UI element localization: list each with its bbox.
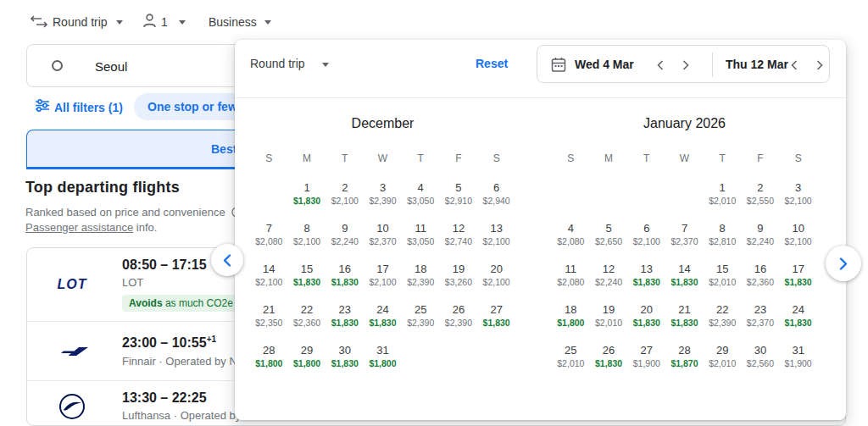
cabin-class-selector[interactable]: Business xyxy=(209,15,257,29)
day-cell[interactable]: 4$3,050 xyxy=(402,175,440,216)
return-date-value[interactable]: Thu 12 Mar xyxy=(726,58,788,71)
departure-date-prev-button[interactable] xyxy=(653,58,668,73)
day-cell[interactable]: 8$2,100 xyxy=(288,216,326,257)
day-number: 3 xyxy=(364,181,402,194)
day-cell[interactable]: 24$1,830 xyxy=(779,297,817,338)
day-cell[interactable]: 15$2,010 xyxy=(704,257,742,297)
day-cell[interactable]: 23$2,370 xyxy=(742,297,780,338)
reset-button[interactable]: Reset xyxy=(476,57,508,70)
day-cell[interactable]: 13$2,100 xyxy=(477,216,515,257)
day-cell[interactable]: 30$2,560 xyxy=(742,338,780,379)
weekday-label: T xyxy=(704,152,742,164)
day-cell[interactable]: 7$2,080 xyxy=(250,216,288,257)
day-price: $2,100 xyxy=(364,277,402,287)
weekday-label: S xyxy=(552,152,590,164)
datepicker-trip-type-selector[interactable]: Round trip xyxy=(250,57,305,70)
day-cell[interactable]: 19$3,260 xyxy=(440,257,478,297)
day-cell[interactable]: 30$1,830 xyxy=(326,338,364,379)
day-number: 22 xyxy=(288,303,326,316)
day-cell[interactable]: 29$1,800 xyxy=(288,338,326,379)
day-cell[interactable]: 14$1,830 xyxy=(665,257,704,297)
day-cell[interactable]: 23$1,830 xyxy=(326,297,364,338)
trip-type-selector[interactable]: Round trip xyxy=(53,15,108,29)
day-cell[interactable]: 31$1,900 xyxy=(779,338,817,379)
google-flights-page: Round trip 1 Business Seoul All filters … xyxy=(0,0,868,426)
day-cell[interactable]: 17$1,830 xyxy=(779,257,817,297)
day-cell[interactable]: 22$2,390 xyxy=(704,297,742,338)
day-price: $2,100 xyxy=(288,236,326,246)
calendar-icon xyxy=(551,57,566,73)
day-cell[interactable]: 27$1,900 xyxy=(627,338,665,379)
weekday-label: S xyxy=(779,152,817,164)
day-cell[interactable]: 5$2,650 xyxy=(590,216,628,257)
day-price: $2,100 xyxy=(477,236,515,246)
day-cell[interactable]: 12$2,240 xyxy=(590,257,628,297)
day-cell[interactable]: 11$2,080 xyxy=(552,257,590,297)
day-cell[interactable]: 9$2,240 xyxy=(326,216,364,257)
day-cell[interactable]: 5$2,910 xyxy=(440,175,478,216)
day-cell[interactable]: 20$2,100 xyxy=(477,257,515,297)
day-cell[interactable]: 19$2,010 xyxy=(590,297,628,338)
day-number: 15 xyxy=(288,263,326,275)
day-cell[interactable]: 4$2,080 xyxy=(552,216,590,257)
day-cell[interactable]: 20$1,830 xyxy=(627,297,665,338)
day-cell[interactable]: 12$2,740 xyxy=(440,216,478,257)
day-cell[interactable]: 10$2,100 xyxy=(779,216,817,257)
day-cell[interactable]: 3$2,100 xyxy=(779,175,817,216)
day-cell[interactable]: 16$1,830 xyxy=(326,257,364,297)
weekday-label: F xyxy=(440,152,478,164)
day-cell[interactable]: 15$1,830 xyxy=(288,257,326,297)
day-cell[interactable]: 18$2,390 xyxy=(402,257,440,297)
day-number: 2 xyxy=(326,181,364,194)
passenger-assistance-link[interactable]: Passenger assistance xyxy=(25,221,133,234)
day-cell[interactable]: 16$2,360 xyxy=(742,257,780,297)
day-price: $3,050 xyxy=(402,236,440,246)
assistance-suffix: info. xyxy=(133,221,157,234)
departure-date-next-button[interactable] xyxy=(678,58,693,73)
day-cell[interactable]: 29$2,010 xyxy=(704,338,742,379)
next-months-button[interactable] xyxy=(826,246,861,281)
day-cell[interactable]: 28$1,870 xyxy=(665,338,704,379)
tab-best-label: Best xyxy=(211,142,236,156)
day-number: 27 xyxy=(627,344,665,357)
day-cell[interactable]: 1$2,010 xyxy=(704,175,742,216)
day-cell[interactable]: 7$2,370 xyxy=(665,216,704,257)
day-cell[interactable]: 3$2,390 xyxy=(364,175,402,216)
day-price: $2,370 xyxy=(665,236,704,246)
day-price: $2,810 xyxy=(704,236,742,246)
empty-day-cell xyxy=(665,175,704,216)
day-cell[interactable]: 17$2,100 xyxy=(364,257,402,297)
day-cell[interactable]: 27$1,830 xyxy=(477,297,515,338)
previous-months-button[interactable] xyxy=(211,244,243,276)
day-cell[interactable]: 2$2,100 xyxy=(326,175,364,216)
day-cell[interactable]: 21$1,830 xyxy=(665,297,704,338)
day-cell[interactable]: 10$2,370 xyxy=(364,216,402,257)
day-cell[interactable]: 24$1,830 xyxy=(364,297,402,338)
return-date-prev-button[interactable] xyxy=(787,58,802,73)
departure-date-value[interactable]: Wed 4 Mar xyxy=(575,58,634,71)
day-number: 14 xyxy=(665,263,704,275)
all-filters-button[interactable]: All filters (1) xyxy=(54,101,123,114)
day-cell[interactable]: 13$1,830 xyxy=(627,257,665,297)
day-cell[interactable]: 28$1,800 xyxy=(250,338,288,379)
day-cell[interactable]: 1$1,830 xyxy=(288,175,326,216)
day-cell[interactable]: 21$2,350 xyxy=(250,297,288,338)
day-cell[interactable]: 2$2,550 xyxy=(742,175,780,216)
day-cell[interactable]: 18$1,800 xyxy=(552,297,590,338)
day-cell[interactable]: 25$2,390 xyxy=(402,297,440,338)
flight-times-plus-days: +1 xyxy=(207,335,216,344)
day-cell[interactable]: 26$1,830 xyxy=(590,338,628,379)
day-cell[interactable]: 6$2,940 xyxy=(477,175,515,216)
day-cell[interactable]: 25$2,010 xyxy=(552,338,590,379)
passenger-count-selector[interactable]: 1 xyxy=(161,15,168,29)
day-cell[interactable]: 26$2,390 xyxy=(440,297,478,338)
weekday-label: T xyxy=(627,152,665,164)
day-cell[interactable]: 22$2,360 xyxy=(288,297,326,338)
day-cell[interactable]: 14$2,100 xyxy=(250,257,288,297)
day-cell[interactable]: 9$2,240 xyxy=(742,216,780,257)
day-cell[interactable]: 11$3,050 xyxy=(402,216,440,257)
day-cell[interactable]: 6$2,100 xyxy=(627,216,665,257)
day-cell[interactable]: 8$2,810 xyxy=(704,216,742,257)
day-cell[interactable]: 31$1,800 xyxy=(364,338,402,379)
return-date-next-button[interactable] xyxy=(812,58,827,73)
